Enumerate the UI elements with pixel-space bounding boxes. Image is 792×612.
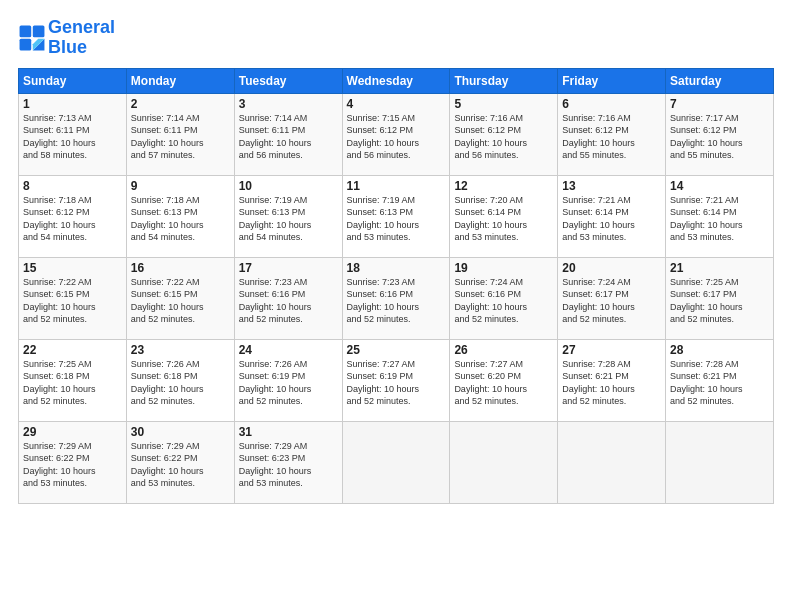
svg-rect-1 [33,25,45,37]
calendar-cell: 15Sunrise: 7:22 AM Sunset: 6:15 PM Dayli… [19,257,127,339]
calendar-cell [558,421,666,503]
day-info: Sunrise: 7:16 AM Sunset: 6:12 PM Dayligh… [454,112,553,162]
day-number: 24 [239,343,338,357]
day-info: Sunrise: 7:22 AM Sunset: 6:15 PM Dayligh… [131,276,230,326]
calendar-cell [666,421,774,503]
header-day-friday: Friday [558,68,666,93]
calendar-week-1: 1Sunrise: 7:13 AM Sunset: 6:11 PM Daylig… [19,93,774,175]
calendar-cell: 23Sunrise: 7:26 AM Sunset: 6:18 PM Dayli… [126,339,234,421]
calendar-cell: 21Sunrise: 7:25 AM Sunset: 6:17 PM Dayli… [666,257,774,339]
day-number: 9 [131,179,230,193]
calendar-cell: 22Sunrise: 7:25 AM Sunset: 6:18 PM Dayli… [19,339,127,421]
day-info: Sunrise: 7:29 AM Sunset: 6:22 PM Dayligh… [131,440,230,490]
day-number: 19 [454,261,553,275]
day-number: 28 [670,343,769,357]
calendar-cell: 30Sunrise: 7:29 AM Sunset: 6:22 PM Dayli… [126,421,234,503]
calendar-cell: 11Sunrise: 7:19 AM Sunset: 6:13 PM Dayli… [342,175,450,257]
day-info: Sunrise: 7:29 AM Sunset: 6:23 PM Dayligh… [239,440,338,490]
day-info: Sunrise: 7:19 AM Sunset: 6:13 PM Dayligh… [347,194,446,244]
day-number: 27 [562,343,661,357]
day-number: 15 [23,261,122,275]
day-number: 26 [454,343,553,357]
day-info: Sunrise: 7:24 AM Sunset: 6:16 PM Dayligh… [454,276,553,326]
day-number: 4 [347,97,446,111]
day-info: Sunrise: 7:23 AM Sunset: 6:16 PM Dayligh… [239,276,338,326]
day-info: Sunrise: 7:16 AM Sunset: 6:12 PM Dayligh… [562,112,661,162]
day-number: 31 [239,425,338,439]
day-info: Sunrise: 7:13 AM Sunset: 6:11 PM Dayligh… [23,112,122,162]
day-info: Sunrise: 7:29 AM Sunset: 6:22 PM Dayligh… [23,440,122,490]
day-number: 5 [454,97,553,111]
day-info: Sunrise: 7:18 AM Sunset: 6:12 PM Dayligh… [23,194,122,244]
day-info: Sunrise: 7:23 AM Sunset: 6:16 PM Dayligh… [347,276,446,326]
day-number: 20 [562,261,661,275]
calendar-cell [450,421,558,503]
calendar-cell: 16Sunrise: 7:22 AM Sunset: 6:15 PM Dayli… [126,257,234,339]
svg-rect-0 [20,25,32,37]
svg-rect-2 [20,39,32,51]
day-number: 21 [670,261,769,275]
day-info: Sunrise: 7:24 AM Sunset: 6:17 PM Dayligh… [562,276,661,326]
day-info: Sunrise: 7:19 AM Sunset: 6:13 PM Dayligh… [239,194,338,244]
day-info: Sunrise: 7:26 AM Sunset: 6:19 PM Dayligh… [239,358,338,408]
day-number: 7 [670,97,769,111]
calendar-cell: 13Sunrise: 7:21 AM Sunset: 6:14 PM Dayli… [558,175,666,257]
day-number: 2 [131,97,230,111]
day-info: Sunrise: 7:25 AM Sunset: 6:18 PM Dayligh… [23,358,122,408]
header-day-monday: Monday [126,68,234,93]
calendar-header: SundayMondayTuesdayWednesdayThursdayFrid… [19,68,774,93]
day-info: Sunrise: 7:28 AM Sunset: 6:21 PM Dayligh… [670,358,769,408]
day-info: Sunrise: 7:21 AM Sunset: 6:14 PM Dayligh… [670,194,769,244]
calendar-cell: 2Sunrise: 7:14 AM Sunset: 6:11 PM Daylig… [126,93,234,175]
day-number: 8 [23,179,122,193]
day-number: 18 [347,261,446,275]
calendar-cell: 17Sunrise: 7:23 AM Sunset: 6:16 PM Dayli… [234,257,342,339]
calendar-table: SundayMondayTuesdayWednesdayThursdayFrid… [18,68,774,504]
header-day-wednesday: Wednesday [342,68,450,93]
day-number: 10 [239,179,338,193]
calendar-cell: 4Sunrise: 7:15 AM Sunset: 6:12 PM Daylig… [342,93,450,175]
logo: General Blue [18,18,115,58]
day-info: Sunrise: 7:21 AM Sunset: 6:14 PM Dayligh… [562,194,661,244]
header-day-saturday: Saturday [666,68,774,93]
day-info: Sunrise: 7:27 AM Sunset: 6:19 PM Dayligh… [347,358,446,408]
calendar-cell: 12Sunrise: 7:20 AM Sunset: 6:14 PM Dayli… [450,175,558,257]
calendar-cell: 3Sunrise: 7:14 AM Sunset: 6:11 PM Daylig… [234,93,342,175]
header-day-sunday: Sunday [19,68,127,93]
day-number: 30 [131,425,230,439]
calendar-week-2: 8Sunrise: 7:18 AM Sunset: 6:12 PM Daylig… [19,175,774,257]
day-info: Sunrise: 7:25 AM Sunset: 6:17 PM Dayligh… [670,276,769,326]
day-number: 3 [239,97,338,111]
day-info: Sunrise: 7:26 AM Sunset: 6:18 PM Dayligh… [131,358,230,408]
header-day-tuesday: Tuesday [234,68,342,93]
calendar-cell [342,421,450,503]
calendar-cell: 25Sunrise: 7:27 AM Sunset: 6:19 PM Dayli… [342,339,450,421]
day-info: Sunrise: 7:14 AM Sunset: 6:11 PM Dayligh… [131,112,230,162]
day-number: 13 [562,179,661,193]
day-number: 6 [562,97,661,111]
day-number: 17 [239,261,338,275]
logo-icon [18,24,46,52]
calendar-cell: 29Sunrise: 7:29 AM Sunset: 6:22 PM Dayli… [19,421,127,503]
calendar-week-5: 29Sunrise: 7:29 AM Sunset: 6:22 PM Dayli… [19,421,774,503]
day-info: Sunrise: 7:14 AM Sunset: 6:11 PM Dayligh… [239,112,338,162]
day-number: 25 [347,343,446,357]
day-number: 14 [670,179,769,193]
day-info: Sunrise: 7:18 AM Sunset: 6:13 PM Dayligh… [131,194,230,244]
calendar-week-3: 15Sunrise: 7:22 AM Sunset: 6:15 PM Dayli… [19,257,774,339]
day-number: 22 [23,343,122,357]
calendar-cell: 19Sunrise: 7:24 AM Sunset: 6:16 PM Dayli… [450,257,558,339]
calendar-cell: 28Sunrise: 7:28 AM Sunset: 6:21 PM Dayli… [666,339,774,421]
calendar-cell: 7Sunrise: 7:17 AM Sunset: 6:12 PM Daylig… [666,93,774,175]
calendar-cell: 26Sunrise: 7:27 AM Sunset: 6:20 PM Dayli… [450,339,558,421]
calendar-cell: 20Sunrise: 7:24 AM Sunset: 6:17 PM Dayli… [558,257,666,339]
calendar-cell: 8Sunrise: 7:18 AM Sunset: 6:12 PM Daylig… [19,175,127,257]
calendar-cell: 9Sunrise: 7:18 AM Sunset: 6:13 PM Daylig… [126,175,234,257]
calendar-cell: 31Sunrise: 7:29 AM Sunset: 6:23 PM Dayli… [234,421,342,503]
header-day-thursday: Thursday [450,68,558,93]
calendar-cell: 14Sunrise: 7:21 AM Sunset: 6:14 PM Dayli… [666,175,774,257]
day-info: Sunrise: 7:17 AM Sunset: 6:12 PM Dayligh… [670,112,769,162]
day-info: Sunrise: 7:28 AM Sunset: 6:21 PM Dayligh… [562,358,661,408]
calendar-cell: 18Sunrise: 7:23 AM Sunset: 6:16 PM Dayli… [342,257,450,339]
day-info: Sunrise: 7:20 AM Sunset: 6:14 PM Dayligh… [454,194,553,244]
